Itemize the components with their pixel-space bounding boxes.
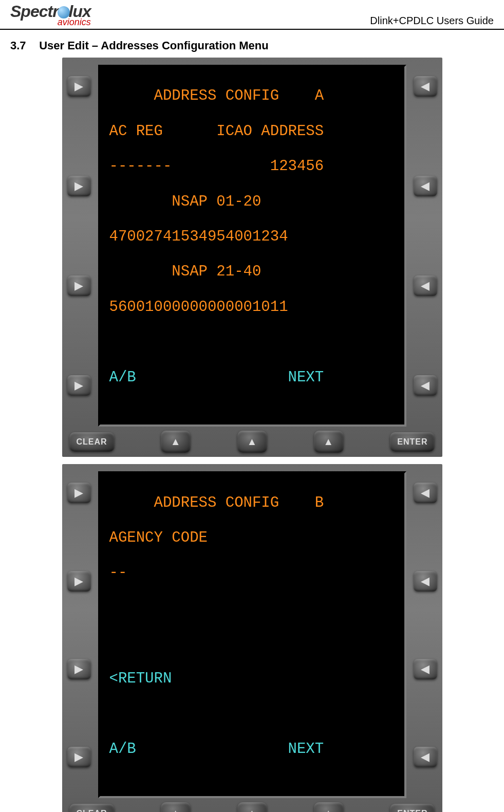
lsk-r3[interactable]: ◀ — [414, 659, 437, 679]
lsk-right-col: ◀ ◀ ◀ ◀ — [406, 65, 437, 427]
up-button-3[interactable]: ▲ — [314, 802, 344, 812]
section-title: 3.7 User Edit – Addresses Configuration … — [10, 39, 504, 52]
screen-line: ------- 123456 — [109, 158, 395, 175]
screen-line: <RETURN — [109, 670, 395, 688]
screen-line: AC REG ICAO ADDRESS — [109, 123, 395, 140]
cdu-panel-a: ▶ ▶ ▶ ▶ ADDRESS CONFIG A AC REG ICAO ADD… — [62, 58, 442, 457]
lsk-r2[interactable]: ◀ — [414, 176, 437, 196]
screen-line: ADDRESS CONFIG B — [109, 494, 395, 512]
cdu-screen-a: ADDRESS CONFIG A AC REG ICAO ADDRESS ---… — [98, 65, 406, 427]
clear-button[interactable]: CLEAR — [69, 432, 115, 452]
screen-line: AGENCY CODE — [109, 529, 395, 547]
screen-line: -- — [109, 564, 395, 582]
lsk-l1[interactable]: ▶ — [67, 483, 91, 503]
screen-line — [109, 635, 395, 652]
logo-sub: avionics — [10, 17, 91, 27]
logo: Spectrlux avionics — [10, 3, 91, 27]
lsk-left-col: ▶ ▶ ▶ ▶ — [67, 471, 98, 798]
section-heading: User Edit – Addresses Configuration Menu — [39, 39, 269, 52]
screen-line: NSAP 01-20 — [109, 193, 395, 211]
up-button-2[interactable]: ▲ — [237, 431, 267, 453]
clear-button[interactable]: CLEAR — [69, 804, 115, 812]
cdu-panel-b: ▶ ▶ ▶ ▶ ADDRESS CONFIG B AGENCY CODE -- … — [62, 464, 442, 812]
up-button-1[interactable]: ▲ — [161, 431, 191, 453]
enter-button[interactable]: ENTER — [390, 432, 435, 452]
lsk-l2[interactable]: ▶ — [67, 571, 91, 592]
lsk-r1[interactable]: ◀ — [414, 483, 437, 503]
screen-line: 56001000000000001011 — [109, 299, 395, 316]
lsk-l4[interactable]: ▶ — [67, 747, 91, 767]
lsk-l3[interactable]: ▶ — [67, 275, 91, 296]
lsk-left-col: ▶ ▶ ▶ ▶ — [67, 65, 98, 427]
lsk-r1[interactable]: ◀ — [414, 76, 437, 97]
up-button-1[interactable]: ▲ — [161, 802, 191, 812]
section-number: 3.7 — [10, 39, 36, 52]
screen-line — [109, 334, 395, 351]
lsk-l3[interactable]: ▶ — [67, 659, 91, 679]
lsk-r4[interactable]: ◀ — [414, 747, 437, 767]
screen-line — [109, 600, 395, 617]
lsk-r4[interactable]: ◀ — [414, 375, 437, 396]
lsk-l2[interactable]: ▶ — [67, 176, 91, 196]
lsk-r3[interactable]: ◀ — [414, 275, 437, 296]
up-button-2[interactable]: ▲ — [237, 802, 267, 812]
lsk-l1[interactable]: ▶ — [67, 76, 91, 97]
lsk-r2[interactable]: ◀ — [414, 571, 437, 592]
lsk-right-col: ◀ ◀ ◀ ◀ — [406, 471, 437, 798]
cdu-screen-b: ADDRESS CONFIG B AGENCY CODE -- <RETURN … — [98, 471, 406, 798]
lsk-l4[interactable]: ▶ — [67, 375, 91, 396]
screen-line: NSAP 21-40 — [109, 263, 395, 281]
enter-button[interactable]: ENTER — [390, 804, 435, 812]
screen-line: A/B NEXT — [109, 369, 395, 386]
screen-line — [109, 705, 395, 723]
header-title: Dlink+CPDLC Users Guide — [370, 15, 494, 27]
page-header: Spectrlux avionics Dlink+CPDLC Users Gui… — [0, 0, 504, 30]
screen-line: A/B NEXT — [109, 741, 395, 758]
up-button-3[interactable]: ▲ — [314, 431, 344, 453]
screen-line: 47002741534954001234 — [109, 228, 395, 246]
screen-line: ADDRESS CONFIG A — [109, 87, 395, 105]
